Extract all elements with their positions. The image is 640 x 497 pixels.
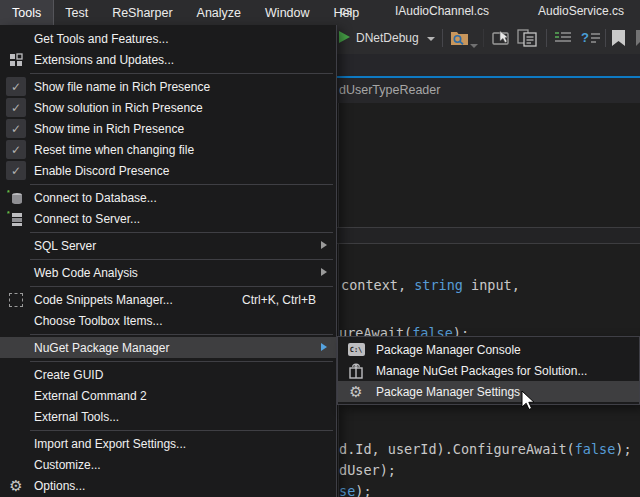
code-keyword: string <box>414 277 463 293</box>
menu-item-import-export-settings[interactable]: Import and Export Settings... <box>0 433 336 454</box>
package-icon <box>345 361 367 380</box>
check-icon <box>6 119 26 138</box>
menu-item-label: Connect to Server... <box>34 212 140 226</box>
menu-item-label: External Command 2 <box>34 389 147 403</box>
overflow-chevron-icon[interactable] <box>470 44 478 48</box>
database-icon: * <box>5 188 27 207</box>
chevron-down-icon[interactable] <box>427 37 435 41</box>
code-line: se); <box>339 483 372 497</box>
menu-item-nuget-package-manager[interactable]: NuGet Package Manager <box>0 337 336 358</box>
menu-item-label: Package Manager Settings <box>376 385 520 399</box>
menu-item-label: Create GUID <box>34 368 103 382</box>
menu-item-sql-server[interactable]: SQL Server <box>0 235 336 256</box>
code-text: dUser); <box>339 462 396 478</box>
mouse-cursor <box>521 390 537 416</box>
help-lines-icon[interactable]: ? <box>580 29 602 51</box>
svg-text:*: * <box>7 189 10 196</box>
code-text: context, <box>341 277 414 293</box>
editor-band <box>337 228 640 244</box>
menu-item-options[interactable]: Options... <box>0 475 336 496</box>
menu-item-shortcut: Ctrl+K, Ctrl+B <box>242 293 316 307</box>
find-in-files-icon[interactable] <box>450 29 469 50</box>
check-icon <box>6 77 26 96</box>
menu-item-label: Show solution in Rich Presence <box>34 101 203 115</box>
menu-item-show-solution[interactable]: Show solution in Rich Presence <box>0 97 336 118</box>
menu-item-choose-toolbox-items[interactable]: Choose Toolbox Items... <box>0 310 336 331</box>
main-menubar: Tools Test ReSharper Analyze Window Help <box>0 0 371 25</box>
menu-item-web-code-analysis[interactable]: Web Code Analysis <box>0 262 336 283</box>
menu-item-label: NuGet Package Manager <box>34 341 169 355</box>
menubar-window[interactable]: Window <box>253 0 321 25</box>
submenu-arrow-icon <box>321 343 327 351</box>
menu-item-label: Package Manager Console <box>376 343 521 357</box>
toolbar-separator <box>483 29 484 47</box>
tab-bar <box>337 54 640 76</box>
extensions-icon <box>5 50 27 69</box>
menu-item-get-tools-and-features[interactable]: Get Tools and Features... <box>0 28 336 49</box>
menu-item-label: Import and Export Settings... <box>34 437 186 451</box>
gear-icon <box>5 476 27 495</box>
snippets-icon <box>5 290 27 309</box>
server-icon: * <box>5 209 27 228</box>
menu-item-label: Connect to Database... <box>34 191 157 205</box>
tab-partial[interactable]: cs <box>340 4 352 18</box>
code-text: ); <box>355 483 371 497</box>
menu-item-connect-to-server[interactable]: * Connect to Server... <box>0 208 336 229</box>
checkbox-container <box>5 98 27 117</box>
check-icon <box>6 140 26 159</box>
editor-left-edge <box>338 103 339 497</box>
code-text: input, <box>463 277 520 293</box>
menu-item-label: Show file name in Rich Presence <box>34 80 210 94</box>
submenu-item-manage-nuget-packages[interactable]: Manage NuGet Packages for Solution... <box>338 360 639 381</box>
menu-item-show-time[interactable]: Show time in Rich Presence <box>0 118 336 139</box>
menu-item-label: Show time in Rich Presence <box>34 122 184 136</box>
menu-item-label: External Tools... <box>34 410 119 424</box>
menu-item-label: Code Snippets Manager... <box>34 293 173 307</box>
code-keyword: se <box>339 483 355 497</box>
submenu-item-package-manager-settings[interactable]: Package Manager Settings <box>338 381 639 402</box>
menubar-resharper[interactable]: ReSharper <box>100 0 184 25</box>
menu-item-code-snippets-manager[interactable]: Code Snippets Manager... Ctrl+K, Ctrl+B <box>0 289 336 310</box>
menu-item-create-guid[interactable]: Create GUID <box>0 364 336 385</box>
checkbox-container <box>5 161 27 180</box>
menu-item-customize[interactable]: Customize... <box>0 454 336 475</box>
svg-text:?: ? <box>581 30 589 45</box>
code-editor[interactable] <box>337 103 640 497</box>
menubar-tools[interactable]: Tools <box>0 0 53 25</box>
menu-item-extensions-and-updates[interactable]: Extensions and Updates... <box>0 49 336 70</box>
breadcrumb[interactable]: dUserTypeReader <box>339 83 440 97</box>
menu-item-external-tools[interactable]: External Tools... <box>0 406 336 427</box>
run-play-icon[interactable] <box>339 31 350 43</box>
code-line: d.Id, userId).ConfigureAwait(false); <box>339 441 632 457</box>
menubar-analyze[interactable]: Analyze <box>185 0 253 25</box>
gear-icon <box>345 382 367 401</box>
editor-rule <box>337 243 640 244</box>
run-config-label[interactable]: DNetDebug <box>356 31 419 45</box>
submenu-item-package-manager-console[interactable]: C:\ Package Manager Console <box>338 339 639 360</box>
menu-item-label: Get Tools and Features... <box>34 32 169 46</box>
menu-item-enable-discord-presence[interactable]: Enable Discord Presence <box>0 160 336 181</box>
menu-item-label: Web Code Analysis <box>34 266 138 280</box>
tab-iaudiochannel[interactable]: IAudioChannel.cs <box>395 4 489 18</box>
menu-item-label: Extensions and Updates... <box>34 53 174 67</box>
check-icon <box>6 98 26 117</box>
menu-item-label: Reset time when changing file <box>34 143 194 157</box>
nuget-submenu: C:\ Package Manager Console Manage NuGet… <box>337 336 640 405</box>
menu-item-label: SQL Server <box>34 239 96 253</box>
navigate-to-icon[interactable] <box>492 29 512 51</box>
menu-item-label: Manage NuGet Packages for Solution... <box>376 364 587 378</box>
menu-item-label: Customize... <box>34 458 101 472</box>
menu-item-label: Options... <box>34 479 85 493</box>
svg-text:*: * <box>7 210 10 217</box>
menubar-test[interactable]: Test <box>53 0 100 25</box>
code-line: dUser); <box>339 462 396 478</box>
menu-item-label: Choose Toolbox Items... <box>34 314 163 328</box>
menu-item-connect-to-database[interactable]: * Connect to Database... <box>0 187 336 208</box>
tab-audioservice[interactable]: AudioService.cs <box>538 4 624 18</box>
menu-item-show-file-name[interactable]: Show file name in Rich Presence <box>0 76 336 97</box>
format-indent-icon[interactable] <box>553 29 573 51</box>
paste-structure-icon[interactable] <box>517 29 539 51</box>
tools-menu: Get Tools and Features... Extensions and… <box>0 25 337 497</box>
menu-item-external-command-2[interactable]: External Command 2 <box>0 385 336 406</box>
menu-item-reset-time[interactable]: Reset time when changing file <box>0 139 336 160</box>
